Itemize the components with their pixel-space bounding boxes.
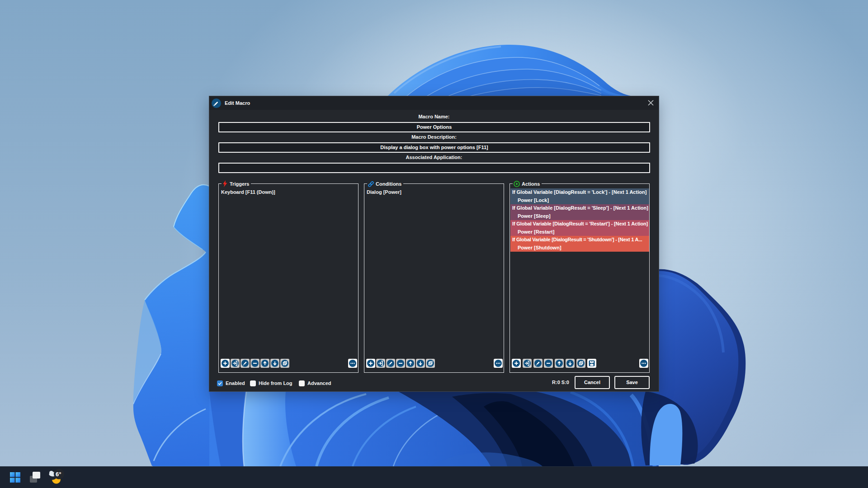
svg-text:6°: 6° — [56, 471, 61, 478]
